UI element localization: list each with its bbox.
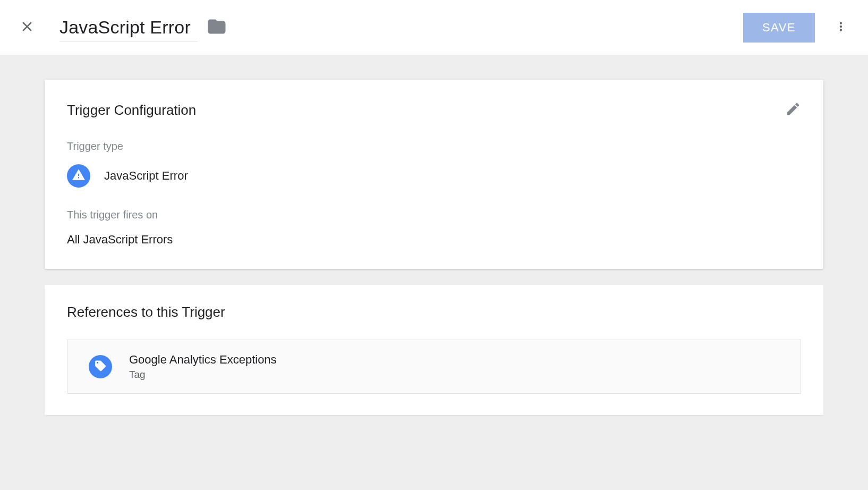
folder-icon [207, 17, 226, 38]
fires-on-value: All JavaScript Errors [67, 233, 801, 247]
card-title: Trigger Configuration [67, 102, 196, 119]
folder-button[interactable] [207, 17, 226, 38]
edit-button[interactable] [785, 101, 801, 119]
fires-on-label: This trigger fires on [67, 209, 801, 221]
tag-icon [94, 359, 107, 374]
header-actions: SAVE [743, 13, 852, 43]
pencil-icon [785, 101, 801, 119]
trigger-type-name: JavaScript Error [104, 169, 188, 183]
content-area: Trigger Configuration Trigger type JavaS… [0, 55, 868, 440]
reference-type: Tag [129, 369, 277, 381]
warning-icon [72, 168, 86, 184]
reference-item[interactable]: Google Analytics Exceptions Tag [67, 340, 801, 394]
trigger-type-label: Trigger type [67, 140, 801, 153]
reference-name: Google Analytics Exceptions [129, 353, 277, 367]
card-header: Trigger Configuration [67, 101, 801, 119]
references-title: References to this Trigger [67, 304, 801, 320]
references-card: References to this Trigger Google Analyt… [45, 285, 823, 415]
close-button[interactable] [16, 16, 38, 39]
more-menu-button[interactable] [830, 16, 852, 39]
trigger-name-input[interactable] [59, 14, 198, 41]
more-vert-icon [834, 20, 848, 36]
reference-icon-wrap [89, 355, 112, 378]
header-bar: SAVE [0, 0, 868, 55]
trigger-config-card: Trigger Configuration Trigger type JavaS… [45, 80, 823, 269]
reference-text: Google Analytics Exceptions Tag [129, 353, 277, 381]
save-button[interactable]: SAVE [743, 13, 815, 43]
close-icon [19, 19, 35, 37]
trigger-type-icon-wrap [67, 164, 90, 188]
trigger-type-row: JavaScript Error [67, 164, 801, 188]
